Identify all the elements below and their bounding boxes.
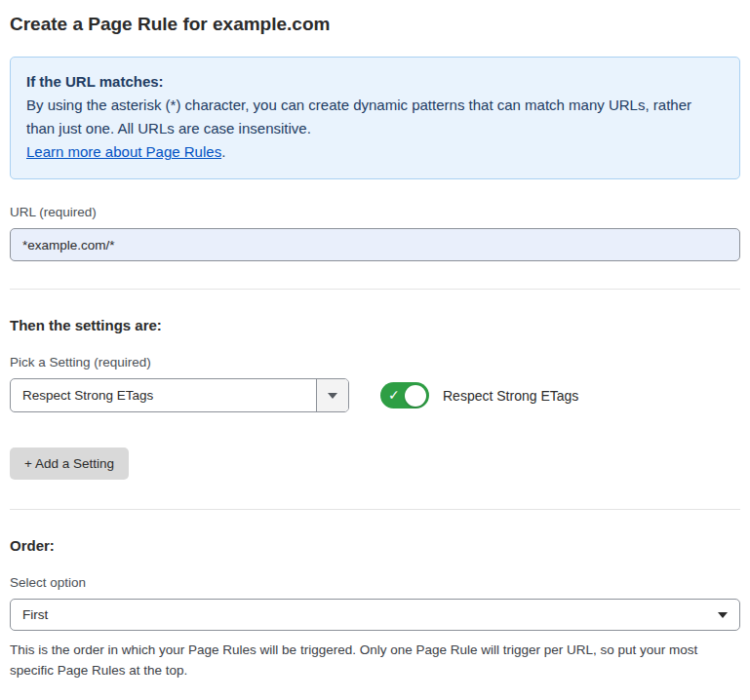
- setting-row: Respect Strong ETags ✓ Respect Strong ET…: [10, 378, 740, 412]
- order-section-heading: Order:: [10, 537, 740, 554]
- order-select[interactable]: First: [10, 599, 740, 631]
- url-matches-info-box: If the URL matches: By using the asteris…: [10, 57, 740, 179]
- setting-dropdown-value: Respect Strong ETags: [11, 379, 316, 411]
- setting-dropdown[interactable]: Respect Strong ETags: [10, 378, 349, 412]
- checkmark-icon: ✓: [388, 386, 400, 404]
- etags-toggle[interactable]: ✓: [380, 382, 429, 408]
- url-field-label: URL (required): [10, 205, 740, 219]
- create-page-rule-page: Create a Page Rule for example.com If th…: [0, 0, 750, 700]
- setting-dropdown-arrow-button[interactable]: [316, 379, 348, 411]
- etags-toggle-label: Respect Strong ETags: [443, 388, 578, 404]
- order-select-value: First: [22, 607, 48, 622]
- divider: [10, 289, 740, 290]
- toggle-knob: [405, 385, 426, 407]
- info-box-heading: If the URL matches:: [26, 70, 724, 94]
- page-title: Create a Page Rule for example.com: [10, 14, 740, 35]
- chevron-down-icon: [328, 393, 337, 399]
- learn-more-link[interactable]: Learn more about Page Rules: [26, 143, 221, 160]
- divider: [10, 509, 740, 510]
- link-period: .: [221, 143, 225, 160]
- pick-setting-label: Pick a Setting (required): [10, 355, 740, 369]
- order-help-text: This is the order in which your Page Rul…: [10, 641, 731, 681]
- settings-section-heading: Then the settings are:: [10, 317, 740, 333]
- info-box-body: By using the asterisk (*) character, you…: [26, 97, 691, 136]
- chevron-down-icon: [718, 612, 728, 618]
- etags-toggle-group: ✓ Respect Strong ETags: [380, 382, 578, 408]
- order-select-label: Select option: [10, 575, 740, 590]
- add-setting-button[interactable]: + Add a Setting: [10, 447, 129, 480]
- url-input[interactable]: [10, 228, 740, 261]
- add-setting-wrap: + Add a Setting: [10, 447, 740, 480]
